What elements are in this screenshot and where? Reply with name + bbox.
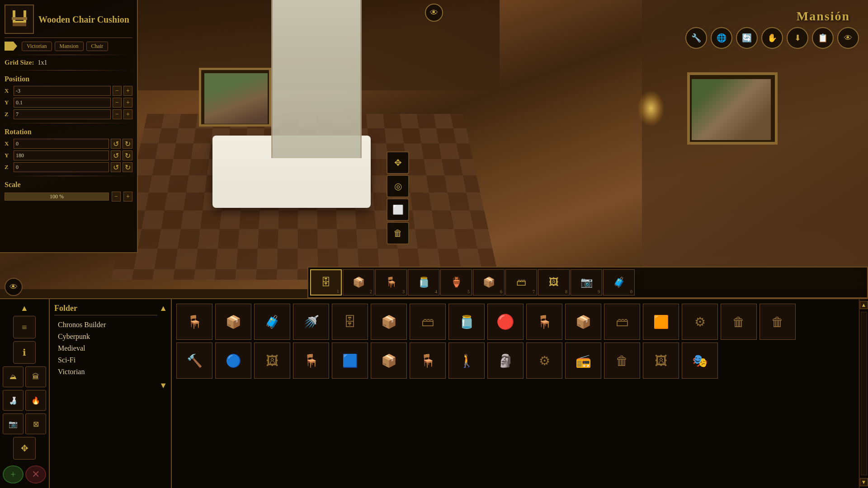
folder-scroll-up[interactable]: ▲ (159, 304, 167, 313)
slot-0[interactable]: 🧳 0 (603, 269, 635, 296)
ctx-delete-btn[interactable]: 🗑 (387, 222, 409, 244)
tag-victorian[interactable]: Victorian (22, 42, 52, 51)
folder-cyberpunk[interactable]: Cyberpunk (54, 331, 157, 343)
ctx-frame-btn[interactable]: ⬜ (387, 198, 409, 221)
slot-3[interactable]: 🪑 3 (375, 269, 407, 296)
rotation-x-ccw[interactable]: ↺ (111, 139, 121, 149)
position-y-plus[interactable]: + (123, 98, 132, 108)
item-cell-1-15[interactable]: 🗑 (721, 304, 757, 340)
fire-icon-btn[interactable]: 🔥 (25, 390, 46, 411)
scroll-up-arrow[interactable]: ▲ (20, 304, 28, 313)
landscape-icon-btn[interactable]: ⛰ (3, 366, 24, 387)
item-cell-1-12[interactable]: 🗃 (604, 304, 640, 340)
position-x-plus[interactable]: + (123, 86, 132, 96)
sync-icon-btn[interactable]: 🔄 (736, 27, 758, 49)
item-cell-2-6[interactable]: 📦 (371, 343, 407, 379)
wrench-icon-btn[interactable]: 🔧 (685, 27, 707, 49)
rotation-z-input[interactable] (14, 162, 109, 172)
menu-icon-btn[interactable]: ≡ (13, 316, 36, 338)
rotation-x-input[interactable] (14, 139, 109, 149)
position-y-input[interactable] (14, 98, 111, 108)
slot-7[interactable]: 🗃 7 (505, 269, 537, 296)
rotation-z-cw[interactable]: ↻ (123, 162, 132, 172)
item-cell-1-2[interactable]: 📦 (215, 304, 251, 340)
folder-scroll-down[interactable]: ▼ (159, 381, 167, 390)
item-cell-1-6[interactable]: 📦 (371, 304, 407, 340)
building-icon-btn[interactable]: 🏛 (25, 366, 46, 387)
item-cell-1-14[interactable]: ⚙ (682, 304, 718, 340)
grid-icon-btn[interactable]: ⊠ (25, 413, 46, 434)
position-z-plus[interactable]: + (123, 109, 132, 119)
eye-icon-btn[interactable]: 👁 (837, 27, 859, 49)
item-cell-1-11[interactable]: 📦 (565, 304, 601, 340)
item-cell-1-9[interactable]: 🔴 (487, 304, 524, 340)
clipboard-icon-btn[interactable]: 📋 (812, 27, 834, 49)
grid-size-row: Grid Size: 1x1 (5, 59, 132, 66)
add-folder-btn[interactable]: + (3, 465, 24, 483)
hand-icon-btn[interactable]: ✋ (761, 27, 783, 49)
rotation-x-cw[interactable]: ↻ (123, 139, 132, 149)
bottle-icon-btn[interactable]: 🍶 (3, 390, 24, 411)
rotation-y-input[interactable] (14, 150, 109, 160)
slot-6-num: 6 (500, 289, 502, 294)
slot-8-icon: 🖼 (549, 277, 559, 288)
folder-chronos-builder[interactable]: Chronos Builder (54, 319, 157, 331)
left-eye-button[interactable]: 👁 (5, 278, 23, 296)
camera-icon-btn[interactable]: 📷 (3, 413, 24, 434)
folder-victorian[interactable]: Victorian (54, 366, 157, 378)
item-cell-2-12[interactable]: 🗑 (604, 343, 640, 379)
items-scroll-up[interactable]: ▲ (860, 301, 868, 309)
item-cell-2-5[interactable]: 🟦 (332, 343, 368, 379)
item-cell-1-10[interactable]: 🪑 (526, 304, 562, 340)
del-folder-btn[interactable]: ✕ (25, 465, 46, 483)
scale-minus[interactable]: − (112, 192, 121, 202)
top-eye-button[interactable]: 👁 (425, 4, 443, 22)
slot-2[interactable]: 📦 2 (343, 269, 374, 296)
item-cell-2-8[interactable]: 🚶 (448, 343, 485, 379)
slot-8[interactable]: 🖼 8 (538, 269, 570, 296)
item-cell-1-3[interactable]: 🧳 (254, 304, 290, 340)
item-cell-2-9[interactable]: 🗿 (487, 343, 524, 379)
info-icon-btn[interactable]: ℹ (13, 341, 36, 364)
item-cell-1-1[interactable]: 🪑 (176, 304, 212, 340)
rotation-y-cw[interactable]: ↻ (123, 150, 132, 160)
item-cell-2-1[interactable]: 🔨 (176, 343, 212, 379)
slot-4[interactable]: 🫙 4 (408, 269, 439, 296)
tag-chair[interactable]: Chair (86, 42, 108, 51)
item-cell-2-13[interactable]: 🖼 (643, 343, 679, 379)
folder-sci-fi[interactable]: Sci-Fi (54, 354, 157, 366)
item-cell-1-7[interactable]: 🗃 (410, 304, 446, 340)
items-scroll-down[interactable]: ▼ (860, 478, 868, 486)
slot-5[interactable]: 🏺 5 (440, 269, 472, 296)
position-z-minus[interactable]: − (113, 109, 122, 119)
item-cell-1-5[interactable]: 🗄 (332, 304, 368, 340)
item-cell-2-3[interactable]: 🖼 (254, 343, 290, 379)
item-cell-2-10[interactable]: ⚙ (526, 343, 562, 379)
rotation-y-ccw[interactable]: ↺ (111, 150, 121, 160)
item-cell-2-4[interactable]: 🪑 (293, 343, 329, 379)
item-cell-1-16[interactable]: 🗑 (760, 304, 796, 340)
ctx-move-btn[interactable]: ✥ (387, 151, 409, 174)
position-x-minus[interactable]: − (113, 86, 122, 96)
item-cell-2-7[interactable]: 🪑 (410, 343, 446, 379)
slot-9[interactable]: 📷 9 (571, 269, 602, 296)
slot-1[interactable]: 🗄 1 (310, 269, 342, 296)
move-icon-btn[interactable]: ✥ (13, 437, 36, 460)
item-cell-1-8[interactable]: 🫙 (448, 304, 485, 340)
position-z-input[interactable] (14, 109, 111, 119)
rotation-z-ccw[interactable]: ↺ (111, 162, 121, 172)
slot-6[interactable]: 📦 6 (473, 269, 505, 296)
item-cell-1-4[interactable]: 🚿 (293, 304, 329, 340)
item-cell-2-11[interactable]: 📻 (565, 343, 601, 379)
globe-icon-btn[interactable]: 🌐 (711, 27, 732, 49)
position-y-minus[interactable]: − (113, 98, 122, 108)
ctx-camera-btn[interactable]: ◎ (387, 175, 409, 197)
item-cell-2-2[interactable]: 🔵 (215, 343, 251, 379)
position-x-input[interactable] (14, 86, 111, 96)
folder-medieval[interactable]: Medieval (54, 343, 157, 354)
item-cell-2-14[interactable]: 🎭 (682, 343, 718, 379)
download-icon-btn[interactable]: ⬇ (787, 27, 808, 49)
scale-plus[interactable]: + (123, 192, 132, 202)
tag-mansion[interactable]: Mansion (55, 42, 84, 51)
item-cell-1-13[interactable]: 🟧 (643, 304, 679, 340)
